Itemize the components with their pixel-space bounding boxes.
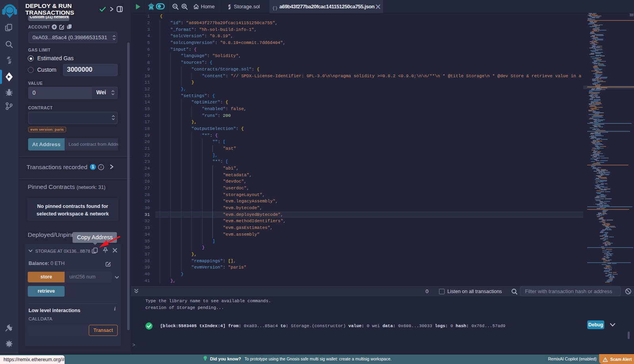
svg-text:i: i <box>101 165 102 169</box>
